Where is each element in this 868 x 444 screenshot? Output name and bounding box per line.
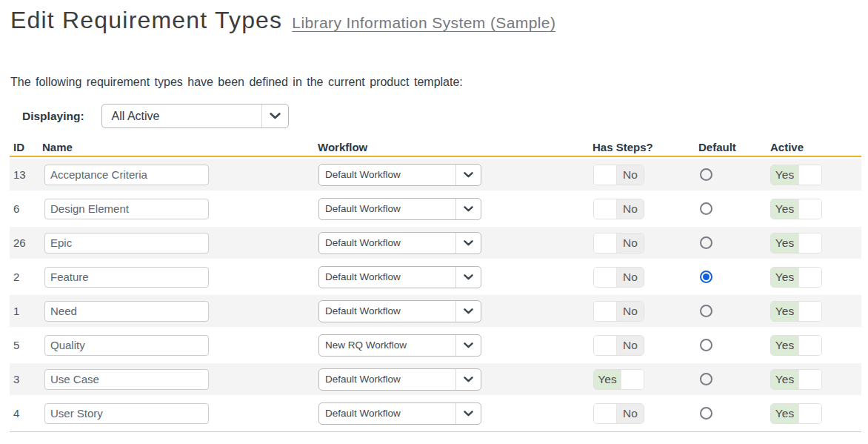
table-row: 3 Default Workflow Yes Yes [10, 363, 861, 395]
has-steps-toggle[interactable]: No [593, 335, 644, 356]
default-radio[interactable] [700, 339, 712, 351]
displaying-select[interactable]: All Active [101, 104, 289, 128]
workflow-select[interactable]: Default Workflow [318, 232, 481, 254]
name-input[interactable] [44, 369, 209, 390]
toggle-track: No [617, 336, 644, 355]
has-steps-toggle[interactable]: No [593, 403, 644, 424]
has-steps-toggle[interactable]: No [593, 301, 644, 322]
toggle-knob [798, 404, 821, 423]
has-steps-toggle[interactable]: Yes [593, 369, 644, 390]
toggle-label: Yes [775, 236, 794, 250]
has-steps-toggle[interactable]: No [593, 233, 644, 254]
toggle-label: Yes [775, 202, 794, 216]
table-header: ID Name Workflow Has Steps? Default Acti… [10, 138, 861, 157]
toggle-label: No [623, 202, 638, 216]
toggle-track: Yes [771, 268, 798, 287]
toggle-label: No [623, 236, 638, 250]
chevron-down-icon [456, 308, 481, 314]
toggle-knob [594, 302, 617, 321]
requirement-type-id: 3 [10, 373, 42, 385]
toggle-label: Yes [775, 339, 794, 352]
default-radio[interactable] [700, 236, 712, 249]
displaying-select-value: All Active [102, 110, 261, 123]
active-toggle[interactable]: Yes [770, 335, 822, 356]
workflow-select-value: Default Workflow [319, 374, 455, 385]
displaying-label: Displaying: [22, 110, 84, 123]
toggle-knob [798, 199, 821, 219]
active-toggle[interactable]: Yes [770, 301, 822, 322]
toggle-track: Yes [771, 302, 798, 321]
chevron-down-icon [456, 240, 481, 246]
name-input[interactable] [44, 267, 209, 288]
toggle-label: Yes [598, 373, 616, 386]
name-input[interactable] [44, 335, 209, 356]
active-toggle[interactable]: Yes [770, 369, 822, 390]
chevron-down-icon [262, 113, 288, 119]
workflow-select-value: Default Workflow [319, 169, 455, 180]
toggle-label: No [623, 407, 638, 420]
table-row: 6 Default Workflow No Yes [10, 193, 861, 225]
active-toggle[interactable]: Yes [770, 165, 822, 185]
workflow-select[interactable]: Default Workflow [318, 164, 481, 186]
workflow-select-value: New RQ Workflow [319, 339, 455, 351]
toggle-knob [594, 268, 617, 287]
name-input[interactable] [44, 165, 209, 185]
requirement-type-id: 26 [10, 236, 42, 249]
workflow-select[interactable]: Default Workflow [318, 402, 481, 425]
workflow-select[interactable]: Default Workflow [318, 368, 481, 391]
name-input[interactable] [44, 403, 209, 424]
page-description: The following requirement types have bee… [10, 76, 463, 89]
workflow-select[interactable]: Default Workflow [318, 198, 481, 220]
table-row: 2 Default Workflow No Yes [10, 261, 861, 293]
default-radio[interactable] [700, 271, 712, 283]
toggle-track: Yes [771, 199, 798, 219]
default-radio[interactable] [700, 202, 712, 215]
has-steps-toggle[interactable]: No [593, 199, 644, 219]
toggle-knob [594, 336, 617, 355]
workflow-select-value: Default Workflow [319, 305, 455, 317]
table-row: 1 Default Workflow No Yes [10, 295, 861, 327]
active-toggle[interactable]: Yes [770, 199, 822, 219]
workflow-select[interactable]: Default Workflow [318, 266, 481, 288]
requirement-type-id: 13 [10, 168, 42, 181]
table-row: 13 Default Workflow No Yes [10, 159, 861, 190]
has-steps-toggle[interactable]: No [593, 165, 644, 185]
active-toggle[interactable]: Yes [770, 233, 822, 254]
column-header-workflow: Workflow [318, 141, 592, 153]
chevron-down-icon [456, 274, 481, 280]
chevron-down-icon [456, 377, 481, 382]
toggle-track: No [617, 233, 644, 253]
toggle-label: No [623, 339, 638, 352]
requirement-type-id: 5 [10, 339, 42, 351]
filter-row: Displaying: All Active [22, 104, 289, 128]
toggle-track: Yes [771, 336, 798, 355]
active-toggle[interactable]: Yes [770, 403, 822, 424]
requirement-type-id: 6 [10, 202, 42, 215]
toggle-label: Yes [775, 305, 794, 318]
name-input[interactable] [44, 199, 209, 219]
product-link[interactable]: Library Information System (Sample) [292, 14, 555, 32]
table-row: 5 New RQ Workflow No Yes [10, 329, 861, 361]
toggle-label: No [623, 305, 638, 318]
active-toggle[interactable]: Yes [770, 267, 822, 288]
workflow-select-value: Default Workflow [319, 203, 455, 214]
toggle-track: Yes [594, 370, 621, 389]
toggle-knob [798, 302, 821, 321]
has-steps-toggle[interactable]: No [593, 267, 644, 288]
default-radio[interactable] [700, 373, 712, 385]
toggle-track: No [617, 268, 644, 287]
name-input[interactable] [44, 301, 209, 322]
default-radio[interactable] [700, 407, 712, 420]
name-input[interactable] [44, 233, 209, 254]
default-radio[interactable] [700, 168, 712, 181]
toggle-knob [594, 199, 617, 219]
default-radio[interactable] [700, 305, 712, 317]
toggle-track: Yes [771, 165, 798, 185]
page-title: Edit Requirement Types [10, 6, 282, 34]
workflow-select[interactable]: New RQ Workflow [318, 334, 481, 357]
toggle-knob [798, 336, 821, 355]
toggle-track: Yes [771, 370, 798, 389]
workflow-select-value: Default Workflow [319, 237, 455, 248]
workflow-select[interactable]: Default Workflow [318, 300, 481, 322]
chevron-down-icon [456, 411, 481, 417]
